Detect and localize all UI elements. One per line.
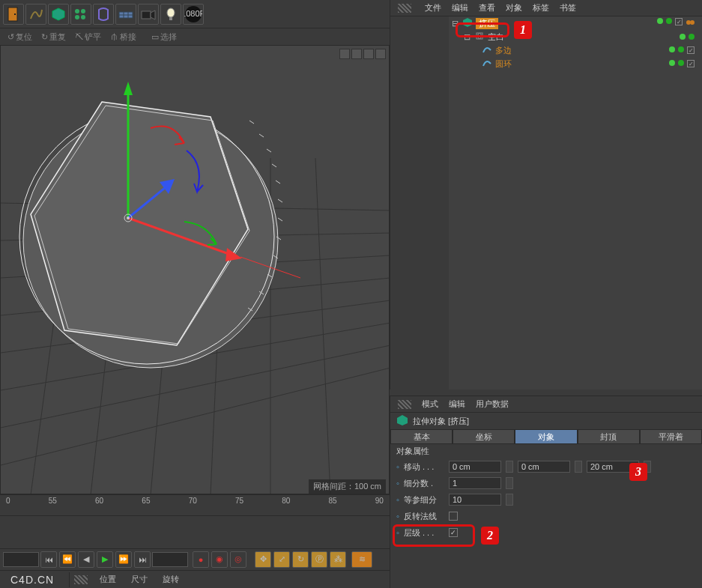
svg-text:1080P: 1080P — [184, 9, 202, 18]
flip-checkbox[interactable] — [449, 512, 458, 521]
light-icon[interactable] — [160, 4, 181, 25]
objmgr-tree[interactable]: ⊟ 挤压 ✓ ⊟ 0 空白 多边 ✓ 圆环 ✓ — [449, 16, 702, 390]
param-key-icon[interactable]: Ⓟ — [311, 551, 327, 568]
svg-line-39 — [278, 218, 282, 221]
svg-line-38 — [278, 199, 282, 202]
rotation-label: 旋转 — [155, 574, 187, 585]
spline-icon — [482, 44, 492, 56]
select-icon[interactable]: ▭ 选择 — [148, 31, 180, 43]
rot-key-icon[interactable]: ↻ — [292, 551, 309, 568]
tab-caps[interactable]: 封顶 — [578, 429, 640, 444]
callout-2: 2 — [481, 527, 499, 545]
render-1080p-icon[interactable]: 1080P — [183, 4, 204, 25]
undo-dup-icon[interactable]: ↺ 复位 — [4, 31, 35, 43]
timeline-controls: ⏮ ⏪ ◀ ▶ ⏩ ⏭ ● ◉ ◎ ✥ ⤢ ↻ Ⓟ ⁂ ≋ — [0, 548, 390, 569]
objmgr-menu-edit[interactable]: 编辑 — [452, 2, 468, 13]
fcurve-icon[interactable]: ≋ — [351, 551, 372, 568]
svg-point-106 — [690, 20, 695, 25]
iso-spin[interactable] — [506, 494, 513, 506]
render-dot[interactable] — [666, 18, 672, 24]
attr-menu-edit[interactable]: 编辑 — [449, 398, 465, 410]
iso-field[interactable]: 10 — [449, 494, 501, 506]
tree-row-circle[interactable]: 圆环 ✓ — [449, 57, 702, 70]
callout-1: 1 — [514, 21, 532, 39]
callout-3: 3 — [629, 463, 647, 481]
visibility-check[interactable]: ✓ — [675, 18, 683, 25]
viewport-3d[interactable]: 网格间距：100 cm — [0, 45, 390, 494]
attr-menu-userdata[interactable]: 用户数据 — [476, 398, 509, 410]
panel-grip-icon[interactable] — [398, 400, 411, 409]
svg-line-36 — [272, 164, 276, 167]
scale-key-icon[interactable]: ⤢ — [273, 551, 290, 568]
attr-menu-mode[interactable]: 模式 — [422, 398, 438, 410]
objmgr-menu-object[interactable]: 对象 — [506, 2, 522, 13]
svg-rect-1 — [14, 13, 16, 15]
play-icon[interactable]: ▶ — [97, 551, 113, 568]
start-frame-field[interactable] — [3, 552, 39, 567]
svg-marker-12 — [151, 10, 155, 19]
move-x-field[interactable]: 0 cm — [449, 461, 501, 473]
flatten-icon[interactable]: ⛏ 铲平 — [72, 31, 104, 43]
attr-menu: 模式 编辑 用户数据 — [390, 396, 702, 413]
panel-grip-icon[interactable] — [398, 4, 411, 13]
record-icon[interactable]: ● — [193, 551, 209, 568]
array-icon[interactable] — [70, 4, 91, 25]
attr-row-flip: ◦反转法线 — [390, 508, 702, 524]
move-key-icon[interactable]: ✥ — [255, 551, 271, 568]
svg-line-34 — [259, 134, 264, 137]
move-y-spin[interactable] — [575, 461, 582, 473]
subdiv-field[interactable]: 1 — [449, 477, 501, 489]
objmgr-menu-tags[interactable]: 标签 — [533, 2, 549, 13]
autokey-icon[interactable]: ◉ — [211, 551, 228, 568]
attribute-manager: 模式 编辑 用户数据 拉伸对象 [挤压] 基本 坐标 对象 封顶 平滑着 对象属… — [390, 395, 702, 588]
go-start-icon[interactable]: ⏮ — [40, 551, 57, 568]
cube-green-icon[interactable] — [48, 4, 69, 25]
svg-rect-11 — [142, 11, 151, 19]
tree-row-polygon[interactable]: 多边 ✓ — [449, 43, 702, 57]
move-x-spin[interactable] — [506, 461, 513, 473]
objmgr-menu-bookmarks[interactable]: 书签 — [560, 2, 576, 13]
svg-line-17 — [1, 368, 390, 465]
tab-object[interactable]: 对象 — [515, 429, 577, 444]
repeat-icon[interactable]: ↻ 重复 — [38, 31, 69, 43]
subdiv-spin[interactable] — [506, 477, 513, 489]
end-frame-field[interactable] — [152, 552, 188, 567]
play-back-icon[interactable]: ◀ — [78, 551, 94, 568]
timeline-ruler[interactable]: 05560 657075 808590 — [0, 494, 390, 512]
viewport-grid-label: 网格间距：100 cm — [309, 479, 386, 494]
attr-row-subdiv: ◦细分数 . 1 — [390, 475, 702, 491]
tab-phong[interactable]: 平滑着 — [640, 429, 702, 444]
svg-line-35 — [267, 149, 271, 152]
key-icon[interactable]: ◎ — [230, 551, 246, 568]
attr-section-title: 对象属性 — [390, 444, 702, 458]
tab-coord[interactable]: 坐标 — [453, 429, 515, 444]
go-end-icon[interactable]: ⏭ — [134, 551, 151, 568]
viewport-scene — [1, 46, 390, 494]
objmgr-menu-view[interactable]: 查看 — [479, 2, 495, 13]
camera-icon[interactable] — [138, 4, 159, 25]
deformer-icon[interactable] — [93, 4, 114, 25]
tag-icon[interactable] — [686, 18, 695, 28]
spline-s-icon[interactable] — [25, 4, 46, 25]
attr-object-title: 拉伸对象 [挤压] — [390, 413, 702, 429]
svg-rect-14 — [169, 17, 172, 20]
svg-point-4 — [81, 9, 85, 13]
svg-marker-2 — [52, 8, 64, 20]
objmgr-menu-file[interactable]: 文件 — [425, 2, 441, 13]
status-bar: C4D.CN 位置 尺寸 旋转 — [0, 570, 390, 588]
tab-basic[interactable]: 基本 — [390, 429, 453, 444]
step-back-icon[interactable]: ⏪ — [59, 551, 76, 568]
bridge-icon[interactable]: ⫛ 桥接 — [107, 31, 139, 43]
brand-label: C4D.CN — [0, 574, 64, 586]
pla-key-icon[interactable]: ⁂ — [330, 551, 346, 568]
callout-box-2 — [393, 524, 475, 547]
floor-icon[interactable] — [115, 4, 136, 25]
position-label: 位置 — [92, 574, 124, 585]
objmgr-menu: 文件 编辑 查看 对象 标签 书签 — [390, 0, 702, 16]
step-fwd-icon[interactable]: ⏩ — [115, 551, 132, 568]
size-label: 尺寸 — [124, 574, 155, 585]
enable-dot[interactable] — [657, 18, 663, 24]
attr-tabs: 基本 坐标 对象 封顶 平滑着 — [390, 429, 702, 444]
move-y-field[interactable]: 0 cm — [518, 461, 570, 473]
door-exit-icon[interactable] — [3, 4, 24, 25]
